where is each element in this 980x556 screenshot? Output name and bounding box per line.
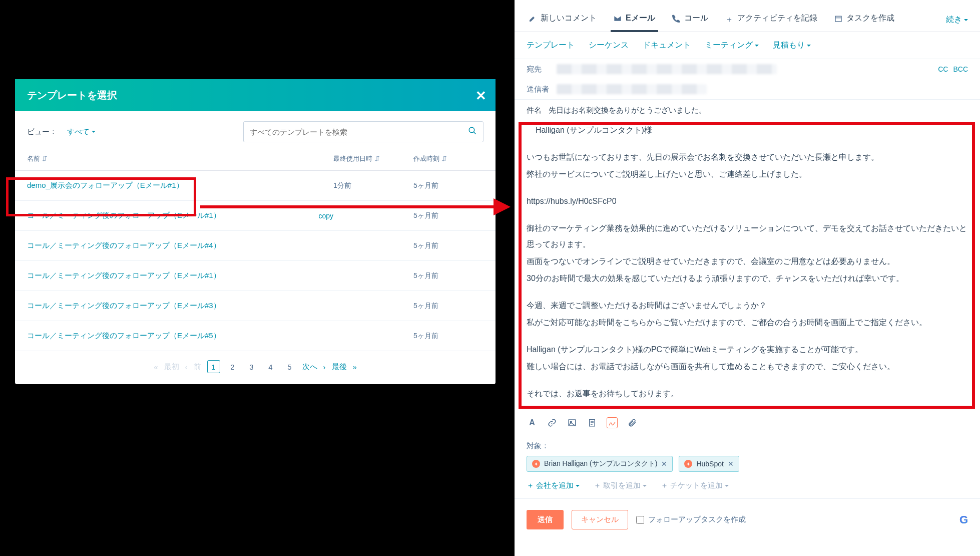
template-name[interactable]: コール／ミーティング後のフォローアップ（Eメール#1）	[27, 271, 333, 281]
link-icon[interactable]	[547, 417, 558, 428]
pager-page-4[interactable]: 4	[264, 360, 277, 373]
pager-last[interactable]: 最後	[332, 362, 347, 372]
template-name[interactable]: コール／ミーティング後のフォローアップ（Eメール#4）	[27, 241, 333, 250]
subnav-template[interactable]: テンプレート	[527, 40, 575, 51]
table-row[interactable]: コール／ミーティング後のフォローアップ（Eメール#5）5ヶ月前	[15, 321, 496, 351]
pager-first: 最初	[164, 362, 179, 372]
pager-page-2[interactable]: 2	[226, 360, 239, 373]
close-icon[interactable]: ✕	[475, 88, 486, 104]
table-row[interactable]: コール／ミーティング後のフォローアップ（Eメール#4）5ヶ月前	[15, 231, 496, 261]
hubspot-icon: ✦	[532, 460, 540, 468]
template-modal: テンプレートを選択 ✕ ビュー： すべて 名前⇵ 最終使用日時⇵ 作成時刻⇵ d…	[15, 79, 496, 384]
cancel-button[interactable]: キャンセル	[572, 510, 628, 529]
created-at: 5ヶ月前	[413, 271, 483, 281]
send-button[interactable]: 送信	[527, 510, 564, 529]
pager-last-chevron[interactable]: »	[353, 363, 357, 371]
followup-checkbox-input[interactable]	[636, 516, 644, 524]
search-icon[interactable]	[468, 126, 477, 137]
add-association-links: ＋ 会社を追加 ＋ 取引を追加 ＋ チケットを追加	[515, 474, 980, 490]
body-line: 私がご対応可能なお時間をこちらからご覧いただけますので、ご都合の合うお時間を画面…	[527, 315, 968, 331]
document-icon[interactable]	[587, 417, 598, 428]
hubspot-icon: ✦	[684, 460, 692, 468]
col-created[interactable]: 作成時刻⇵	[413, 154, 483, 163]
cc-link[interactable]: CC	[938, 65, 948, 73]
modal-toolbar: ビュー： すべて	[15, 111, 496, 147]
tabs-more[interactable]: 続き	[946, 15, 968, 25]
chip-label: HubSpot	[696, 460, 723, 468]
created-at: 5ヶ月前	[413, 241, 483, 250]
google-icon: G	[959, 513, 968, 526]
table-row[interactable]: demo_展示会のフォローアップ（Eメール#1）1分前5ヶ月前	[15, 171, 496, 201]
pager: « 最初 ‹ 前 1 2 3 4 5 次へ › 最後 »	[15, 351, 496, 384]
font-icon[interactable]: A	[527, 417, 538, 428]
chip-contact[interactable]: ✦Brian Halligan (サンプルコンタクト)✕	[527, 456, 673, 472]
modal-title: テンプレートを選択 ✕	[15, 79, 496, 111]
attachment-icon[interactable]	[627, 417, 638, 428]
pager-first-chevron: «	[154, 363, 158, 371]
bcc-link[interactable]: BCC	[953, 65, 968, 73]
chip-label: Brian Halligan (サンプルコンタクト)	[544, 459, 657, 468]
sort-icon: ⇵	[374, 155, 380, 162]
add-company[interactable]: ＋ 会社を追加	[527, 481, 580, 490]
signature-icon[interactable]	[607, 417, 618, 428]
sort-icon: ⇵	[42, 155, 48, 162]
svg-rect-2	[835, 16, 841, 22]
associations: 対象： ✦Brian Halligan (サンプルコンタクト)✕ ✦HubSpo…	[515, 435, 980, 474]
search-input[interactable]	[250, 128, 468, 136]
col-name[interactable]: 名前⇵	[27, 154, 333, 163]
assoc-chips: ✦Brian Halligan (サンプルコンタクト)✕ ✦HubSpot✕	[527, 456, 968, 472]
subnav-quote[interactable]: 見積もり	[773, 40, 811, 51]
tab-activity[interactable]: ＋アクティビティを記録	[723, 8, 819, 32]
add-deal[interactable]: ＋ 取引を追加	[594, 481, 647, 490]
followup-checkbox[interactable]: フォローアップタスクを作成	[636, 515, 746, 524]
image-icon[interactable]	[567, 417, 578, 428]
to-label: 宛先	[527, 65, 552, 74]
pager-next[interactable]: 次へ	[302, 362, 317, 372]
subnav-document[interactable]: ドキュメント	[643, 40, 691, 51]
created-at: 5ヶ月前	[413, 332, 483, 341]
pager-page-1[interactable]: 1	[207, 360, 220, 373]
body-line: 難しい場合には、お電話でお話しながら画面を共有して進めることもできますので、ご安…	[527, 359, 968, 375]
body-line: それでは、お返事をお待ちしております。	[527, 386, 968, 402]
compose-panel: 新しいコメント Eメール コール ＋アクティビティを記録 タスクを作成 続き テ…	[515, 0, 980, 556]
assoc-label: 対象：	[527, 441, 968, 451]
body-line: いつもお世話になっております、先日の展示会でお名刺を交換させていただいた長瀬と申…	[527, 149, 968, 165]
tab-call[interactable]: コール	[670, 8, 710, 32]
email-body[interactable]: Halligan (サンプルコンタクト)様 いつもお世話になっております、先日の…	[515, 120, 980, 410]
col-last-used[interactable]: 最終使用日時⇵	[333, 154, 413, 163]
table-body: demo_展示会のフォローアップ（Eメール#1）1分前5ヶ月前コール／ミーティン…	[15, 171, 496, 351]
pager-prev-chevron: ‹	[185, 363, 188, 371]
table-row[interactable]: コール／ミーティング後のフォローアップ（Eメール#1）5ヶ月前	[15, 261, 496, 291]
table-row[interactable]: コール／ミーティング後のフォローアップ（Eメール#3）5ヶ月前	[15, 291, 496, 321]
from-value-redacted[interactable]	[557, 84, 707, 94]
pager-page-3[interactable]: 3	[245, 360, 258, 373]
to-row: 宛先 CC BCC	[515, 59, 980, 79]
remove-icon[interactable]: ✕	[728, 460, 734, 468]
greeting: Halligan (サンプルコンタクト)様	[536, 122, 968, 138]
subject-row: 件名 先日はお名刺交換をありがとうございました。	[515, 99, 980, 120]
body-line: Halligan (サンプルコンタクト)様のPCで簡単にWebミーティングを実施…	[527, 342, 968, 358]
search-input-wrap[interactable]	[243, 121, 483, 142]
subject-text[interactable]: 先日はお名刺交換をありがとうございました。	[549, 106, 706, 115]
sort-icon: ⇵	[441, 155, 447, 162]
subnav-meeting[interactable]: ミーティング	[705, 40, 759, 51]
tab-email[interactable]: Eメール	[612, 8, 657, 32]
pager-page-5[interactable]: 5	[283, 360, 296, 373]
subnav-sequence[interactable]: シーケンス	[589, 40, 629, 51]
template-name[interactable]: コール／ミーティング後のフォローアップ（Eメール#3）	[27, 301, 333, 311]
pager-prev: 前	[194, 362, 201, 372]
chip-company[interactable]: ✦HubSpot✕	[679, 456, 739, 472]
compose-subnav: テンプレート シーケンス ドキュメント ミーティング 見積もり	[515, 32, 980, 59]
view-dropdown[interactable]: すべて	[67, 127, 96, 137]
body-url: https://hubs.ly/H0cSFcP0	[527, 193, 968, 209]
template-name[interactable]: コール／ミーティング後のフォローアップ（Eメール#5）	[27, 331, 333, 341]
tab-comment[interactable]: 新しいコメント	[527, 8, 599, 32]
to-value-redacted[interactable]	[557, 64, 777, 74]
calendar-icon	[834, 15, 842, 23]
add-ticket[interactable]: ＋ チケットを追加	[661, 481, 729, 490]
remove-icon[interactable]: ✕	[661, 460, 667, 468]
pager-next-chevron[interactable]: ›	[323, 363, 326, 371]
tab-task[interactable]: タスクを作成	[832, 8, 896, 32]
subject-label: 件名	[527, 106, 542, 115]
template-name[interactable]: demo_展示会のフォローアップ（Eメール#1）	[27, 181, 333, 190]
